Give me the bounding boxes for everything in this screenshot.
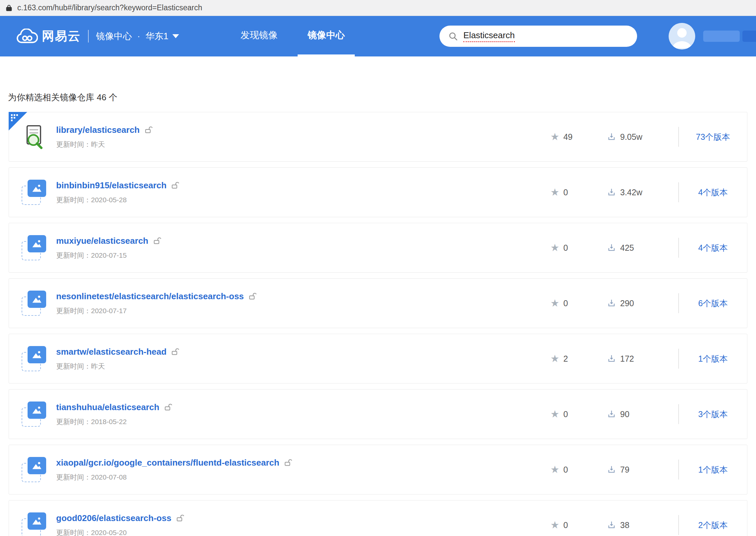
versions-link[interactable]: 3个版本	[679, 409, 747, 420]
repo-name-link[interactable]: smartw/elasticsearch-head	[56, 347, 166, 357]
repo-updated: 更新时间：2020-05-28	[56, 195, 550, 205]
repo-updated: 更新时间：昨天	[56, 362, 550, 371]
star-count: ★ 0	[550, 409, 607, 419]
search-input[interactable]: Elasticsearch	[439, 26, 637, 47]
star-icon: ★	[550, 187, 559, 197]
star-icon: ★	[550, 243, 559, 253]
repo-name-link[interactable]: good0206/elasticsearch-oss	[56, 513, 171, 523]
download-icon	[607, 465, 616, 474]
image-placeholder-icon	[22, 235, 47, 260]
download-count: 425	[607, 243, 678, 253]
image-placeholder-icon	[22, 457, 47, 482]
download-count: 3.42w	[607, 188, 678, 197]
star-icon: ★	[550, 465, 559, 475]
public-open-lock-icon	[164, 403, 173, 411]
star-count: ★ 0	[550, 465, 607, 475]
cloud-logo-icon	[16, 29, 38, 44]
versions-link[interactable]: 4个版本	[679, 187, 747, 198]
separator-dot: ·	[137, 31, 140, 42]
download-count: 79	[607, 465, 678, 475]
user-avatar[interactable]	[669, 23, 695, 49]
repo-row: tianshuhua/elasticsearch 更新时间：2018-05-22…	[9, 389, 747, 439]
star-count: ★ 49	[550, 132, 607, 142]
star-icon: ★	[550, 354, 559, 364]
header-divider	[88, 30, 89, 43]
repo-list: library/elasticsearch 更新时间：昨天 ★ 49	[9, 112, 747, 536]
search-value: Elasticsearch	[463, 30, 515, 42]
region-selector[interactable]: 华东1	[145, 30, 179, 42]
repo-updated: 更新时间：2020-07-08	[56, 473, 550, 482]
repo-row: library/elasticsearch 更新时间：昨天 ★ 49	[9, 112, 747, 162]
download-icon	[607, 520, 616, 530]
public-open-lock-icon	[248, 292, 257, 301]
public-open-lock-icon	[153, 236, 162, 245]
download-icon	[607, 132, 616, 141]
image-placeholder-icon	[22, 291, 47, 316]
repo-row: smartw/elasticsearch-head 更新时间：昨天 ★ 2	[9, 334, 747, 384]
library-repo-icon	[22, 124, 47, 149]
star-icon: ★	[550, 132, 559, 142]
brand-name: 网易云	[42, 28, 81, 45]
search-icon	[448, 31, 458, 41]
download-icon	[607, 354, 616, 363]
repo-row: muxiyue/elasticsearch 更新时间：2020-07-15 ★ …	[9, 223, 747, 273]
public-open-lock-icon	[171, 181, 180, 190]
repo-updated: 更新时间：昨天	[56, 140, 550, 149]
versions-link[interactable]: 6个版本	[679, 298, 747, 309]
repo-name-link[interactable]: binbinbin915/elasticsearch	[56, 180, 166, 191]
brand-logo[interactable]: 网易云	[16, 28, 81, 45]
versions-link[interactable]: 73个版本	[679, 132, 747, 142]
main-nav: 发现镜像 镜像中心	[226, 16, 360, 56]
download-count: 90	[607, 409, 678, 419]
repo-updated: 更新时间：2020-07-17	[56, 306, 550, 315]
app-header: 网易云 镜像中心 · 华东1 发现镜像 镜像中心 Elasticsearch	[0, 16, 756, 56]
star-icon: ★	[550, 520, 559, 530]
star-count: ★ 0	[550, 298, 607, 308]
image-placeholder-icon	[22, 346, 47, 371]
redacted-username[interactable]	[703, 31, 756, 42]
download-count: 38	[607, 520, 678, 530]
ssl-lock-icon	[5, 4, 13, 12]
download-count: 290	[607, 299, 678, 308]
url-text: c.163.com/hub#/library/search?keyword=El…	[17, 3, 202, 12]
download-icon	[607, 299, 616, 308]
public-open-lock-icon	[176, 514, 185, 522]
public-open-lock-icon	[284, 458, 293, 467]
nav-image-center[interactable]: 镜像中心	[298, 16, 355, 56]
download-count: 172	[607, 354, 678, 364]
image-placeholder-icon	[22, 402, 47, 427]
section-label: 镜像中心	[96, 30, 132, 42]
download-icon	[607, 188, 616, 197]
repo-name-link[interactable]: xiaopal/gcr.io/google_containers/fluentd…	[56, 458, 279, 468]
image-placeholder-icon	[22, 180, 47, 205]
repo-name-link[interactable]: nesonlinetest/elasticsearch/elasticsearc…	[56, 291, 244, 302]
repo-name-link[interactable]: library/elasticsearch	[56, 125, 140, 135]
repo-name-link[interactable]: muxiyue/elasticsearch	[56, 236, 148, 246]
repo-name-link[interactable]: tianshuhua/elasticsearch	[56, 402, 159, 412]
versions-link[interactable]: 1个版本	[679, 464, 747, 475]
user-icon	[669, 23, 695, 49]
download-icon	[607, 243, 616, 252]
repo-updated: 更新时间：2018-05-22	[56, 417, 550, 426]
star-icon: ★	[550, 298, 559, 308]
star-count: ★ 0	[550, 520, 607, 530]
versions-link[interactable]: 2个版本	[679, 520, 747, 531]
versions-link[interactable]: 4个版本	[679, 242, 747, 253]
repo-updated: 更新时间：2020-05-20	[56, 528, 550, 536]
browser-address-bar[interactable]: c.163.com/hub#/library/search?keyword=El…	[0, 0, 756, 16]
image-placeholder-icon	[22, 512, 47, 536]
public-open-lock-icon	[144, 126, 153, 134]
chevron-down-icon	[172, 34, 179, 38]
repo-row: nesonlinetest/elasticsearch/elasticsearc…	[9, 278, 747, 328]
download-icon	[607, 409, 616, 419]
star-count: ★ 0	[550, 187, 607, 197]
repo-row: xiaopal/gcr.io/google_containers/fluentd…	[9, 445, 747, 494]
public-open-lock-icon	[171, 347, 180, 356]
nav-discover-images[interactable]: 发现镜像	[231, 16, 288, 56]
repo-updated: 更新时间：2020-07-15	[56, 251, 550, 260]
versions-link[interactable]: 1个版本	[679, 353, 747, 364]
results-summary: 为你精选相关镜像仓库 46 个	[8, 92, 756, 103]
star-icon: ★	[550, 409, 559, 419]
star-count: ★ 2	[550, 354, 607, 364]
redacted-block	[742, 31, 756, 42]
